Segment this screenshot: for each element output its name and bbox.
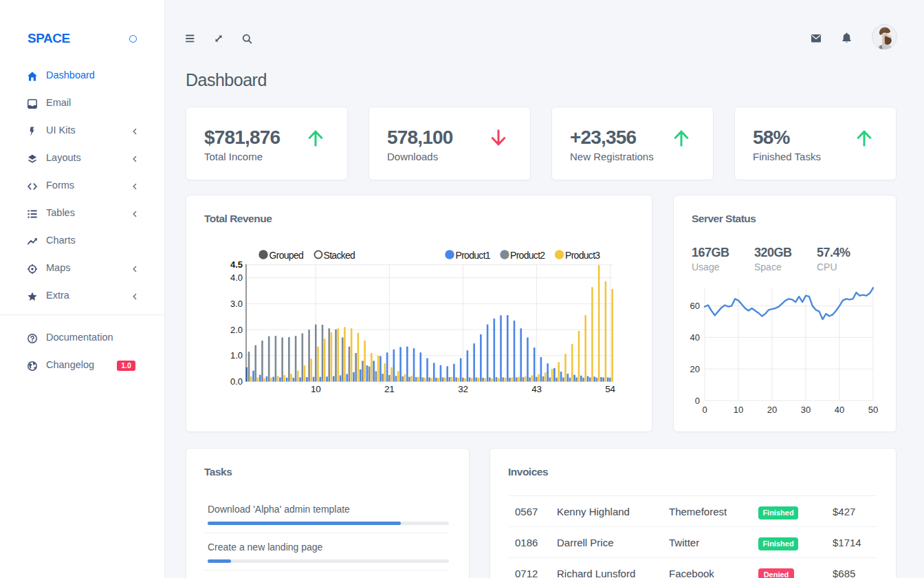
svg-text:21: 21: [384, 384, 394, 394]
svg-text:32: 32: [458, 384, 468, 394]
svg-text:Stacked: Stacked: [324, 250, 355, 261]
svg-text:40: 40: [690, 332, 700, 343]
svg-text:50: 50: [868, 405, 878, 415]
svg-text:2.0: 2.0: [230, 325, 243, 335]
svg-text:20: 20: [767, 405, 777, 415]
svg-text:30: 30: [801, 405, 811, 415]
svg-text:40: 40: [835, 405, 844, 415]
svg-text:3.0: 3.0: [230, 299, 243, 309]
svg-text:20: 20: [690, 364, 700, 374]
svg-text:0: 0: [695, 396, 700, 406]
svg-text:Product3: Product3: [565, 250, 600, 261]
svg-text:0.0: 0.0: [230, 376, 243, 387]
svg-text:1.0: 1.0: [230, 350, 243, 361]
svg-text:0: 0: [702, 405, 707, 415]
svg-text:4.5: 4.5: [230, 259, 243, 270]
svg-text:10: 10: [734, 405, 743, 415]
svg-text:43: 43: [531, 384, 541, 394]
svg-text:60: 60: [690, 301, 700, 311]
svg-text:Grouped: Grouped: [270, 250, 304, 261]
svg-text:Product1: Product1: [456, 250, 491, 261]
svg-text:10: 10: [311, 384, 320, 394]
svg-text:4.0: 4.0: [230, 272, 243, 283]
svg-text:Product2: Product2: [510, 250, 545, 261]
svg-text:54: 54: [605, 384, 615, 394]
